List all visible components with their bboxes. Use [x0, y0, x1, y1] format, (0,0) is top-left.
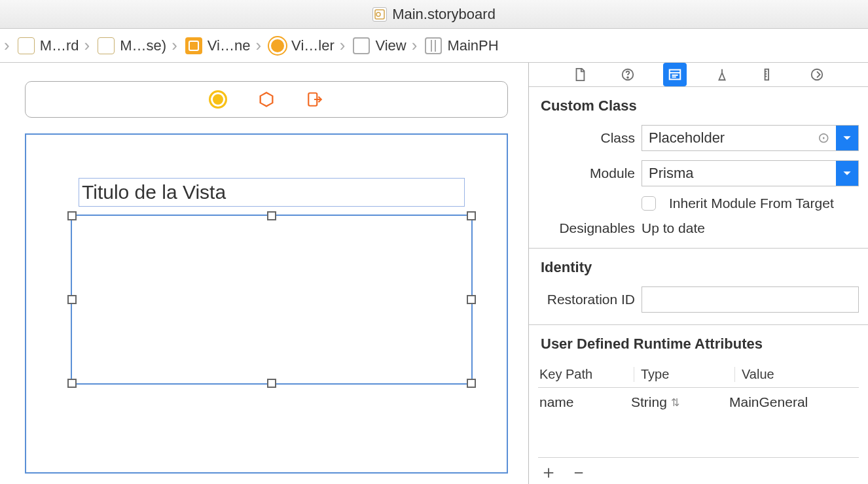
breadcrumb-2[interactable]: Vi…ne: [179, 29, 255, 62]
stackview-icon: [425, 37, 442, 54]
chevron-down-icon[interactable]: [836, 161, 858, 186]
svg-text:1: 1: [264, 96, 268, 104]
class-combobox[interactable]: Placeholder ⊙: [642, 125, 859, 151]
viewcontroller-icon: [269, 37, 286, 54]
section-title: Identity: [541, 259, 859, 276]
remove-attribute-button[interactable]: －: [570, 463, 588, 481]
help-inspector-tab[interactable]: [616, 63, 640, 86]
viewcontroller-icon[interactable]: [208, 90, 228, 109]
custom-class-section: Custom Class Class Placeholder ⊙ Module …: [529, 87, 868, 249]
add-attribute-button[interactable]: ＋: [539, 463, 558, 481]
breadcrumb-5[interactable]: MainPH: [418, 29, 502, 62]
breadcrumb-3[interactable]: Vi…ler: [262, 29, 338, 62]
svg-point-5: [627, 77, 628, 78]
chevron-right-icon: ›: [83, 35, 92, 56]
chevron-right-icon: ›: [254, 35, 262, 56]
breadcrumb-1[interactable]: M…se): [91, 29, 170, 62]
inherit-module-label: Inherit Module From Target: [669, 196, 834, 211]
resize-handle[interactable]: [67, 295, 77, 304]
resize-handle[interactable]: [67, 211, 77, 220]
section-title: Custom Class: [541, 97, 859, 114]
chevron-right-icon: ›: [3, 35, 11, 56]
clear-icon[interactable]: ⊙: [818, 130, 829, 147]
size-inspector-tab[interactable]: [757, 63, 781, 86]
designables-value: Up to date: [642, 220, 705, 236]
udra-section: User Defined Runtime Attributes Key Path…: [529, 325, 868, 484]
class-label: Class: [538, 130, 635, 146]
file-icon: [18, 37, 35, 54]
title-label[interactable]: Titulo de la Vista: [79, 178, 465, 207]
connections-inspector-tab[interactable]: [805, 63, 829, 86]
resize-handle[interactable]: [67, 379, 77, 388]
module-label: Module: [538, 165, 635, 181]
storyboard-file-icon: [372, 7, 387, 22]
exit-icon[interactable]: [305, 90, 325, 109]
udra-row[interactable]: name String⇅ MainGeneral: [538, 388, 859, 417]
resize-handle[interactable]: [267, 379, 276, 388]
breadcrumb-4[interactable]: View: [346, 29, 410, 62]
udra-header-row: Key Path Type Value: [538, 363, 859, 388]
module-combobox[interactable]: Prisma: [642, 160, 859, 186]
resize-handle[interactable]: [467, 379, 476, 388]
window-title: Main.storyboard: [392, 6, 496, 23]
inherit-module-checkbox[interactable]: [642, 196, 656, 211]
breadcrumb-0[interactable]: M…rd: [11, 29, 83, 62]
chevron-right-icon: ›: [170, 35, 179, 56]
attributes-inspector-tab[interactable]: [710, 63, 734, 86]
file-icon: [98, 37, 115, 54]
svg-point-1: [376, 12, 380, 16]
section-title: User Defined Runtime Attributes: [541, 336, 859, 353]
resize-handle[interactable]: [267, 211, 276, 220]
sort-icon[interactable]: ⇅: [667, 396, 683, 409]
chevron-right-icon: ›: [338, 35, 347, 56]
scene-toolbar: 1: [25, 81, 508, 118]
selected-view[interactable]: [71, 215, 473, 385]
view-icon: [353, 37, 370, 54]
designables-label: Designables: [538, 220, 635, 236]
jump-bar[interactable]: › M…rd › M…se) › Vi…ne › Vi…ler › View ›…: [0, 29, 868, 63]
resize-handle[interactable]: [467, 295, 476, 304]
resize-handle[interactable]: [467, 211, 476, 220]
chevron-right-icon: ›: [410, 35, 419, 56]
first-responder-icon[interactable]: 1: [257, 90, 276, 109]
window-titlebar: Main.storyboard: [0, 0, 868, 29]
chevron-down-icon[interactable]: [836, 126, 858, 150]
scene-view[interactable]: Titulo de la Vista: [25, 133, 508, 474]
identity-inspector-tab[interactable]: [663, 63, 687, 86]
scene-icon: [185, 37, 202, 54]
restoration-id-label: Restoration ID: [538, 292, 635, 307]
file-inspector-tab[interactable]: [568, 63, 592, 86]
identity-section: Identity Restoration ID: [529, 249, 868, 325]
canvas[interactable]: 1 Titulo de la Vista: [0, 63, 529, 484]
inspector-tabs: [529, 63, 868, 87]
inspector-panel: Custom Class Class Placeholder ⊙ Module …: [529, 63, 868, 484]
restoration-id-input[interactable]: [642, 286, 859, 313]
